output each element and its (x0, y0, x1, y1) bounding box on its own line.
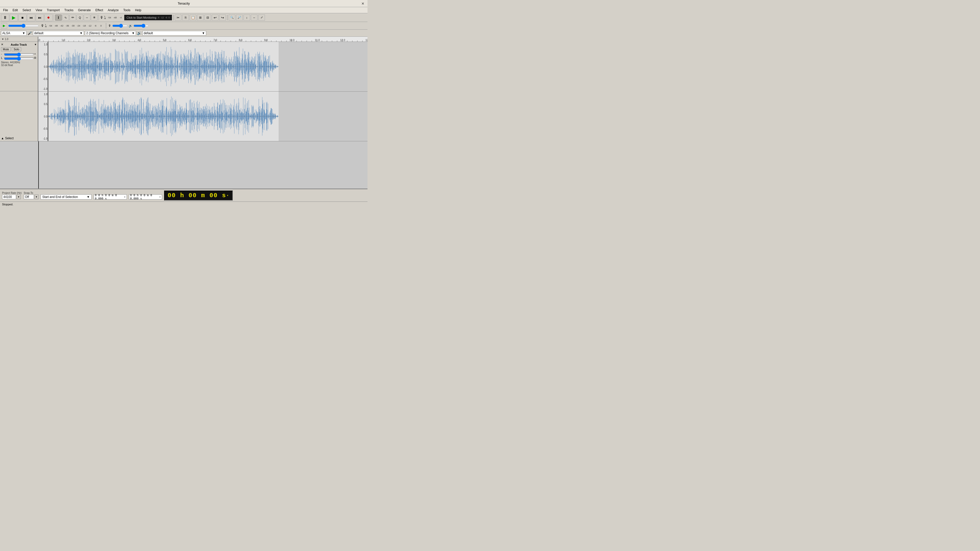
select-label: Select (5, 137, 14, 140)
menu-file[interactable]: File (1, 8, 10, 13)
input-mic-icon: 🎤 (27, 31, 32, 35)
menu-tools[interactable]: Tools (121, 8, 132, 13)
prev-button[interactable]: ⏮ (27, 14, 35, 21)
zoom-tool-button[interactable]: Q (76, 14, 83, 21)
main-content: ✕ Audio Track ▼ Mute Solo - + L (0, 42, 368, 141)
lr-input-label: LR (104, 16, 106, 20)
menu-edit[interactable]: Edit (11, 8, 20, 13)
copy-button[interactable]: ⎘ (182, 14, 189, 21)
snap-to-label: Snap-To (24, 192, 38, 194)
output-device-select[interactable]: default ▼ (142, 31, 206, 35)
zoom-extra-button[interactable]: ⤢ (258, 14, 265, 21)
channels-select[interactable]: 2 (Stereo) Recording Channels ▼ (85, 31, 136, 35)
menu-transport[interactable]: Transport (45, 8, 62, 13)
zoom-in-button[interactable]: 🔍 (229, 14, 235, 21)
track-name-label: Audio Track (11, 43, 27, 46)
redo-button[interactable]: ↪ (219, 14, 226, 21)
envelope-tool-button[interactable]: ∿ (62, 14, 69, 21)
play-button[interactable]: ▶ (10, 14, 18, 21)
project-rate-label: Project Rate (Hz) (2, 192, 22, 194)
time-display: 00 h 00 m 00 s ▾ (164, 191, 233, 200)
close-button[interactable]: ✕ (360, 1, 366, 6)
playback-gain-slider[interactable] (134, 24, 149, 28)
mic-gain-icon: 🎙 (108, 24, 111, 27)
play-speed-button[interactable]: ▶ (1, 23, 7, 29)
speaker-icon: 🔊 (129, 24, 132, 27)
collapse-arrow-icon[interactable]: ▲ (1, 137, 4, 140)
pause-button[interactable]: ⏸ (1, 14, 9, 21)
db-scale-top: -54 -48 -4 (107, 16, 124, 19)
tool-group: I ∿ ✏ Q ↔ ✳ (55, 14, 99, 21)
zoom-fit-button[interactable]: ↕ (243, 14, 250, 21)
device-row: ALSA ▼ 🎤 default ▼ 2 (Stereo) Recording … (0, 30, 368, 37)
menu-bar: File Edit Select View Transport Tracks G… (0, 7, 368, 13)
zoom-sel-button[interactable]: ↔ (251, 14, 258, 21)
timeshift-tool-button[interactable]: ↔ (84, 14, 90, 21)
waveform-track-top[interactable] (38, 42, 368, 92)
snap-to-dropdown[interactable]: ▼ (35, 195, 38, 199)
gain-plus-icon: + (34, 52, 37, 56)
next-button[interactable]: ⏭ (36, 14, 44, 21)
waveforms-panel (38, 42, 368, 141)
pan-r-label: R (34, 56, 37, 59)
selection-start-group: · 0 0 h 0 0 m 0 0.000 s ▾ (94, 191, 127, 200)
pan-l-label: L (1, 56, 3, 59)
timeline-ruler: ▼ 1.0 (0, 37, 368, 42)
input-device-select[interactable]: default ▼ (33, 31, 84, 35)
input-driver-select[interactable]: ALSA ▼ (1, 31, 27, 35)
cut-button[interactable]: ✂ (175, 14, 181, 21)
select-tool-button[interactable]: I (55, 14, 62, 21)
paste-button[interactable]: 📋 (189, 14, 196, 21)
waveform-track-bottom[interactable] (38, 92, 368, 141)
mute-button[interactable]: Mute (1, 47, 11, 51)
gain-slider[interactable] (4, 53, 34, 56)
ruler-canvas (38, 37, 368, 41)
toolbar-separator3 (106, 23, 106, 29)
selection-format-select[interactable]: Start and End of Selection ▼ (41, 194, 92, 200)
stop-button[interactable]: ■ (18, 14, 27, 21)
toolbar-separator (173, 15, 173, 21)
zoom-out-button[interactable]: 🔎 (236, 14, 243, 21)
snap-to-group: Snap-To Off ▼ (24, 192, 38, 199)
menu-analyze[interactable]: Analyze (106, 8, 121, 13)
menu-tracks[interactable]: Tracks (62, 8, 76, 13)
gain-slider-track (4, 53, 34, 54)
track-close-icon[interactable]: ✕ (1, 43, 3, 46)
title-bar: Tenacity ✕ (0, 0, 368, 7)
undo-button[interactable]: ↩ (212, 14, 218, 21)
project-rate-display[interactable]: 44100 (2, 195, 16, 199)
window-title: Tenacity (178, 2, 190, 5)
db-scale-bottom: -54 -48 -42 -36 -30 -24 -18 -12 -6 0 (48, 24, 104, 27)
menu-help[interactable]: Help (133, 8, 143, 13)
menu-effect[interactable]: Effect (94, 8, 105, 13)
pan-slider-track (4, 57, 34, 59)
play-speed-slider[interactable] (8, 24, 39, 28)
bottom-bar: Project Rate (Hz) 44100 ▼ Snap-To Off ▼ … (0, 189, 368, 202)
menu-generate[interactable]: Generate (76, 8, 93, 13)
selection-end-input[interactable]: 0 0 h 0 0 m 0 0.000 s ▾ (129, 194, 162, 200)
menu-select[interactable]: Select (21, 8, 33, 13)
project-rate-group: Project Rate (Hz) 44100 ▼ (2, 192, 22, 199)
empty-area (0, 141, 368, 189)
project-rate-dropdown[interactable]: ▼ (17, 195, 21, 199)
multi-tool-button[interactable]: ✳ (91, 14, 97, 21)
mic-icon-row2: 🎙 (41, 24, 44, 27)
toolbar-separator2 (227, 15, 228, 21)
monitoring-button[interactable]: Click to Start Monitoring :8 -12 -6 0 (124, 15, 172, 21)
track-info: Stereo, 44100Hz 32-bit float (1, 61, 37, 67)
solo-button[interactable]: Solo (12, 47, 21, 51)
menu-view[interactable]: View (33, 8, 44, 13)
track-menu-icon[interactable]: ▼ (34, 43, 37, 46)
selection-start-input[interactable]: 0 0 h 0 0 m 0 0.000 s ▾ (94, 194, 127, 200)
silence-button[interactable]: ⊟ (204, 14, 211, 21)
mic-gain-slider[interactable] (112, 24, 127, 28)
mic-icon: 🎙 (100, 16, 103, 20)
toolbar-row2: ▶ 🎙 LR -54 -48 -42 -36 -30 -24 -18 -12 -… (0, 22, 368, 30)
draw-tool-button[interactable]: ✏ (69, 14, 76, 21)
status-bar: Stopped. (0, 202, 368, 206)
record-button[interactable]: ● (45, 14, 52, 21)
trim-button[interactable]: ⊞ (197, 14, 204, 21)
pan-slider[interactable] (4, 57, 34, 60)
playhead-cursor (38, 141, 39, 189)
snap-to-display[interactable]: Off (24, 195, 34, 199)
